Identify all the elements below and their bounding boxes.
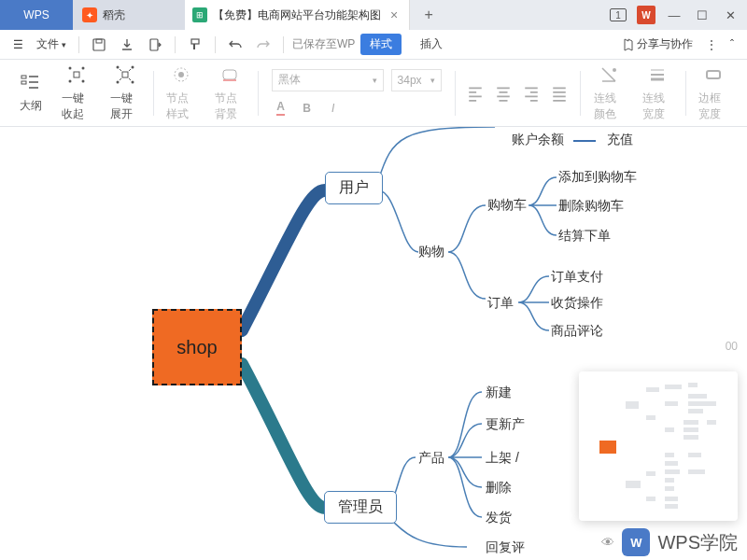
- font-color-button[interactable]: A: [272, 99, 290, 118]
- svg-rect-21: [707, 71, 720, 78]
- more-menu[interactable]: ⋮: [702, 35, 721, 54]
- bold-button[interactable]: B: [298, 99, 317, 118]
- leaf-shelf[interactable]: 上架 /: [486, 450, 519, 467]
- node-user[interactable]: 用户: [325, 172, 383, 204]
- undo-button[interactable]: [224, 35, 247, 55]
- outline-button[interactable]: 大纲: [9, 72, 52, 114]
- tab-document[interactable]: ⊞ 【免费】电商网站平台功能架构图 ×: [185, 0, 410, 30]
- leaf-reply[interactable]: 回复评: [486, 539, 525, 556]
- svg-point-15: [131, 80, 134, 83]
- docer-icon: ✦: [82, 7, 97, 22]
- save-status: 已保存至WP: [292, 36, 355, 52]
- svg-rect-2: [150, 39, 158, 50]
- leaf-new[interactable]: 新建: [486, 385, 512, 401]
- svg-point-10: [81, 79, 84, 82]
- line-width-button[interactable]: 连线宽度: [633, 64, 682, 122]
- export-button[interactable]: [144, 35, 166, 55]
- tab-docer[interactable]: ✦ 稻壳: [73, 0, 185, 30]
- font-family-select[interactable]: 黑体▾: [272, 69, 384, 91]
- align-left-button[interactable]: [466, 84, 485, 103]
- toolbar: 大纲 一键收起 一键展开 节点样式 节点背景 黑体▾ 34px▾ A B I: [0, 60, 747, 127]
- leaf-balance[interactable]: 账户余额: [512, 132, 564, 148]
- hamburger-icon[interactable]: ☰: [9, 35, 27, 54]
- collapse-all-button[interactable]: 一键收起: [52, 64, 101, 122]
- leaf-review[interactable]: 商品评论: [551, 323, 603, 340]
- style-button[interactable]: 样式: [360, 34, 402, 55]
- share-button[interactable]: 分享与协作: [615, 34, 697, 55]
- svg-point-12: [116, 65, 119, 68]
- line-color-button[interactable]: 连线颜色: [585, 64, 633, 122]
- eye-icon: 👁: [601, 535, 614, 550]
- italic-button[interactable]: I: [324, 99, 343, 118]
- svg-point-7: [68, 66, 71, 69]
- format-painter-button[interactable]: [184, 35, 206, 55]
- svg-rect-11: [122, 72, 128, 77]
- leaf-cart-add[interactable]: 添加到购物车: [558, 169, 637, 186]
- svg-rect-6: [74, 72, 79, 77]
- maximize-button[interactable]: ☐: [689, 2, 715, 28]
- download-button[interactable]: [116, 35, 138, 55]
- svg-point-14: [116, 80, 119, 83]
- minimize-button[interactable]: —: [661, 2, 687, 28]
- wps-logo-icon[interactable]: W: [633, 2, 659, 28]
- leaf-delete[interactable]: 删除: [486, 480, 512, 497]
- node-admin[interactable]: 管理员: [324, 491, 397, 524]
- add-tab-button[interactable]: +: [410, 0, 447, 30]
- window-count-badge[interactable]: 1: [605, 2, 631, 28]
- svg-rect-18: [223, 70, 236, 79]
- watermark-text: WPS学院: [657, 530, 738, 555]
- font-size-select[interactable]: 34px▾: [391, 69, 442, 91]
- close-tab-icon[interactable]: ×: [387, 6, 402, 24]
- leaf-ship[interactable]: 发货: [486, 510, 512, 526]
- save-button[interactable]: [88, 35, 110, 55]
- leaf-receive[interactable]: 收货操作: [551, 295, 603, 312]
- leaf-update[interactable]: 更新产: [486, 416, 525, 433]
- svg-point-17: [178, 72, 184, 77]
- menu-bar: ☰ 文件▾ 已保存至WP 样式 插入 分享与协作 ⋮ ˆ: [0, 30, 747, 60]
- insert-menu[interactable]: 插入: [416, 34, 446, 55]
- sub-cart[interactable]: 购物车: [487, 197, 527, 214]
- sub-order[interactable]: 订单: [487, 295, 514, 312]
- collapse-ribbon-button[interactable]: ˆ: [726, 35, 738, 54]
- document-title: 【免费】电商网站平台功能架构图: [213, 7, 381, 23]
- mindmap-canvas[interactable]: shop 用户 管理员 账户余额 充值 购物 购物车 添加到购物车 删除购物车 …: [0, 127, 747, 560]
- align-group: [458, 84, 576, 103]
- title-bar: WPS ✦ 稻壳 ⊞ 【免费】电商网站平台功能架构图 × + 1 W — ☐ ✕: [0, 0, 747, 30]
- connector: [573, 140, 596, 142]
- watermark: 👁 W WPS学院: [601, 528, 738, 556]
- close-window-button[interactable]: ✕: [717, 2, 743, 28]
- svg-rect-0: [93, 39, 105, 50]
- leaf-checkout[interactable]: 结算下单: [558, 228, 611, 245]
- font-controls: 黑体▾ 34px▾ A B I: [262, 69, 451, 118]
- sub-product[interactable]: 产品: [418, 450, 444, 467]
- leaf-cart-del[interactable]: 删除购物车: [558, 198, 624, 215]
- expand-all-button[interactable]: 一键展开: [101, 64, 149, 122]
- svg-point-9: [68, 79, 71, 82]
- svg-rect-19: [223, 79, 236, 81]
- window-controls: 1 W — ☐ ✕: [605, 0, 747, 30]
- node-style-button[interactable]: 节点样式: [157, 64, 205, 122]
- svg-point-13: [131, 65, 134, 68]
- tab-docer-label: 稻壳: [103, 7, 125, 23]
- border-width-button[interactable]: 边框宽度: [689, 64, 738, 122]
- svg-rect-3: [191, 39, 199, 44]
- wps-logo-icon: W: [622, 528, 650, 556]
- leaf-recharge[interactable]: 充值: [607, 132, 633, 148]
- zoom-indicator: 00: [726, 340, 738, 353]
- node-root[interactable]: shop: [152, 309, 242, 385]
- align-center-button[interactable]: [494, 84, 513, 103]
- minimap[interactable]: [579, 371, 738, 521]
- svg-point-20: [613, 68, 616, 72]
- svg-rect-4: [21, 76, 26, 78]
- svg-point-8: [81, 66, 84, 69]
- svg-rect-5: [21, 81, 26, 84]
- node-bg-button[interactable]: 节点背景: [205, 64, 254, 122]
- mindmap-file-icon: ⊞: [192, 7, 207, 22]
- file-menu[interactable]: 文件▾: [33, 34, 70, 55]
- align-justify-button[interactable]: [550, 84, 569, 103]
- tab-wps[interactable]: WPS: [0, 0, 73, 30]
- redo-button[interactable]: [252, 35, 275, 55]
- sub-shopping[interactable]: 购物: [418, 244, 444, 260]
- align-right-button[interactable]: [522, 84, 541, 103]
- leaf-pay[interactable]: 订单支付: [551, 269, 603, 286]
